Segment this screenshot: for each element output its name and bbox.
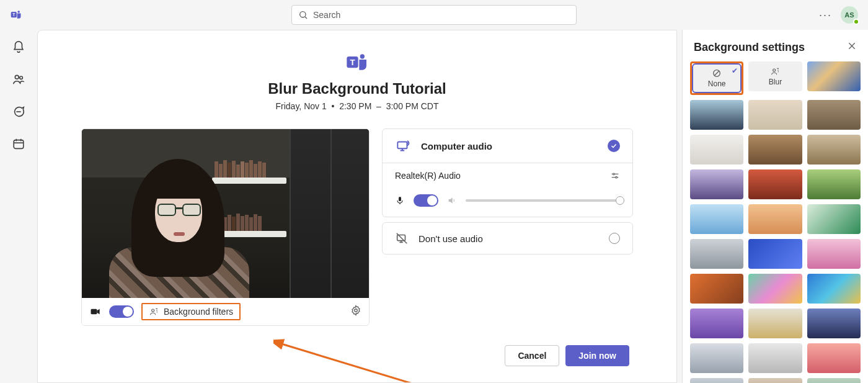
user-avatar[interactable]: AS [841, 6, 858, 24]
svg-line-34 [280, 343, 447, 383]
bg-option-pink-pillars[interactable] [807, 239, 861, 269]
bg-blur-label: Blur [769, 78, 782, 86]
svg-point-39 [773, 69, 776, 71]
bg-option-blue-sky[interactable] [690, 204, 743, 234]
option-selected-icon [608, 140, 620, 152]
speaker-volume-slider[interactable] [466, 199, 620, 202]
avatar-initials: AS [844, 11, 854, 19]
dont-use-audio-option[interactable]: Don't use audio [383, 223, 632, 254]
settings-sliders-icon [610, 171, 620, 181]
background-filters-label: Background filters [164, 307, 233, 317]
selected-check-icon: ✔ [732, 66, 738, 75]
computer-audio-label: Computer audio [421, 141, 598, 151]
svg-rect-21 [397, 142, 407, 149]
rail-calendar[interactable] [11, 137, 26, 151]
bg-option-wood-room[interactable] [748, 135, 802, 164]
people-icon [12, 73, 25, 86]
bg-option-purple-hall[interactable] [690, 169, 743, 199]
svg-point-27 [616, 176, 618, 178]
svg-point-6 [20, 76, 23, 79]
camera-icon [89, 305, 102, 318]
svg-rect-15 [91, 309, 97, 314]
svg-point-14 [360, 54, 365, 58]
bg-option-blue-box[interactable] [748, 239, 802, 269]
bg-option-green-port[interactable] [807, 204, 861, 234]
svg-point-25 [613, 173, 615, 175]
svg-rect-28 [399, 197, 401, 201]
bg-option-green-arch[interactable] [807, 169, 861, 199]
bg-none-label: None [708, 79, 726, 88]
teams-logo-small: T [10, 9, 22, 21]
bg-option-grey-arch[interactable] [690, 239, 743, 269]
presence-available-icon [853, 19, 859, 25]
app-rail [0, 30, 37, 383]
bg-option-white-room[interactable] [690, 135, 743, 164]
computer-audio-icon [395, 138, 411, 154]
bg-option-living[interactable] [807, 135, 861, 164]
gear-icon [350, 305, 361, 316]
microphone-toggle[interactable] [414, 194, 438, 207]
rail-chat[interactable] [11, 104, 26, 119]
audio-device-row[interactable]: Realtek(R) Audio [383, 163, 632, 188]
rail-community[interactable] [11, 72, 26, 87]
bg-option-lobby[interactable] [807, 100, 861, 130]
chat-icon [12, 105, 25, 119]
bg-option-blur[interactable]: Blur [748, 61, 802, 91]
bg-option-room-tan[interactable] [748, 100, 802, 130]
panel-title: Background settings [694, 41, 805, 54]
svg-point-2 [17, 11, 20, 13]
title-bar: T Search ··· AS [0, 0, 868, 30]
svg-line-4 [305, 17, 307, 19]
search-icon [298, 10, 308, 20]
bg-option-sea-rock[interactable] [690, 100, 743, 130]
bg-option-p27[interactable] [748, 378, 802, 383]
audio-device-name: Realtek(R) Audio [395, 171, 461, 181]
bg-option-under-sea[interactable] [807, 274, 861, 304]
annotation-arrow [273, 337, 459, 383]
calendar-icon [12, 137, 25, 151]
device-settings-button[interactable] [350, 305, 361, 318]
svg-text:T: T [350, 58, 355, 67]
camera-preview [82, 129, 369, 298]
teams-logo-icon: T [345, 50, 370, 75]
bg-option-space[interactable] [807, 61, 861, 91]
dont-use-audio-label: Don't use audio [418, 233, 599, 244]
bg-option-red-room[interactable] [748, 169, 802, 199]
computer-audio-option[interactable]: Computer audio [383, 129, 632, 163]
no-audio-icon [395, 232, 409, 245]
svg-line-38 [714, 71, 719, 76]
meeting-title: Blur Background Tutorial [268, 80, 446, 97]
bg-option-pink-clouds[interactable] [807, 343, 861, 373]
svg-text:T: T [12, 12, 15, 17]
annotation-highlight-none: ✔ None [690, 61, 743, 95]
bg-option-purple-field[interactable] [690, 309, 743, 338]
join-now-button[interactable]: Join now [565, 345, 629, 366]
more-options-button[interactable]: ··· [819, 9, 832, 22]
bg-option-color-garden[interactable] [748, 274, 802, 304]
bg-option-p28[interactable] [807, 378, 861, 383]
svg-point-5 [15, 75, 19, 79]
prejoin-panel: T Blur Background Tutorial Friday, Nov 1… [37, 30, 677, 383]
bg-option-p26[interactable] [690, 378, 743, 383]
background-effects-icon [149, 307, 159, 317]
bg-option-autumn[interactable] [690, 274, 743, 304]
rail-activity[interactable] [11, 40, 26, 55]
cancel-button[interactable]: Cancel [505, 345, 559, 366]
background-settings-panel: Background settings ✔ None Blur [682, 30, 868, 383]
bg-option-wheat[interactable] [748, 309, 802, 338]
blur-icon [770, 66, 780, 76]
bg-option-mountain-fog[interactable] [748, 343, 802, 373]
speaker-icon [447, 196, 457, 205]
option-unselected-icon [609, 233, 620, 244]
bg-option-mountain-night[interactable] [807, 309, 861, 338]
background-filters-button[interactable]: Background filters [141, 303, 241, 320]
camera-toggle[interactable] [109, 305, 134, 318]
bg-option-desert[interactable] [748, 204, 802, 234]
bg-option-misty[interactable] [690, 343, 743, 373]
svg-point-16 [152, 309, 154, 312]
search-input[interactable]: Search [291, 5, 577, 25]
bg-option-none[interactable]: ✔ None [693, 65, 740, 92]
panel-close-button[interactable] [847, 41, 857, 54]
svg-point-3 [300, 12, 306, 17]
audio-options: Computer audio Realtek(R) Audio [382, 128, 633, 326]
